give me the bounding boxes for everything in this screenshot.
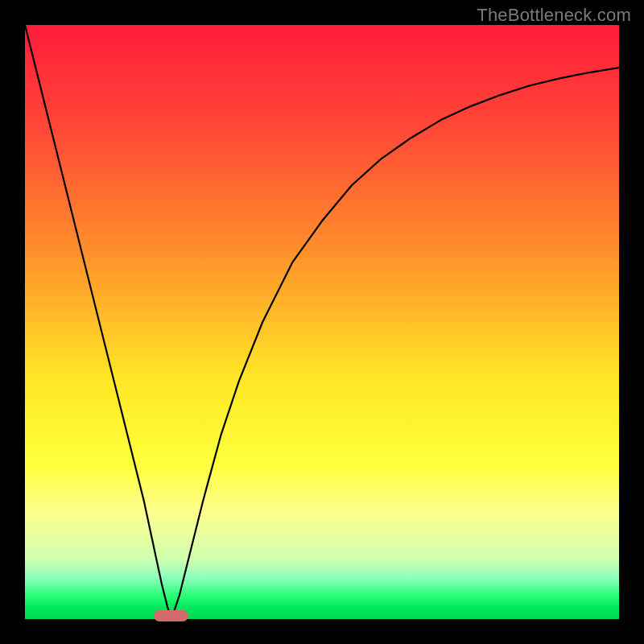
minimum-marker <box>154 610 188 621</box>
bottleneck-curve <box>25 25 619 619</box>
watermark-text: TheBottleneck.com <box>477 5 631 26</box>
chart-plot-area <box>25 25 619 619</box>
